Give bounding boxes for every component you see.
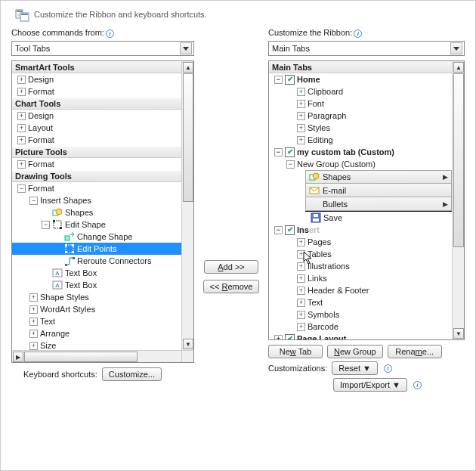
flyout-item-shapes[interactable]: Shapes▶ bbox=[305, 170, 452, 184]
flyout-item-bullets[interactable]: Bullets▶ bbox=[305, 197, 452, 211]
checkbox[interactable]: ✔ bbox=[285, 75, 295, 85]
tree-item[interactable]: +Font bbox=[269, 98, 452, 110]
expand-icon[interactable]: + bbox=[297, 299, 305, 307]
tree-item[interactable]: A Text Box bbox=[12, 267, 181, 279]
add-button[interactable]: Add >> bbox=[204, 260, 258, 274]
expand-icon[interactable]: + bbox=[297, 274, 305, 283]
commands-listbox[interactable]: SmartArt Tools +Design +Format Chart Too… bbox=[11, 60, 194, 363]
collapse-icon[interactable]: − bbox=[274, 226, 283, 234]
tree-item[interactable]: +Pages bbox=[269, 236, 452, 248]
info-icon[interactable]: i bbox=[413, 381, 422, 389]
scroll-up-button[interactable]: ▲ bbox=[183, 62, 193, 73]
tree-item[interactable]: +Shape Styles bbox=[12, 291, 181, 303]
expand-icon[interactable]: + bbox=[297, 287, 305, 295]
expand-icon[interactable]: + bbox=[297, 112, 305, 120]
tree-item[interactable]: +Paragraph bbox=[269, 110, 452, 122]
tree-item[interactable]: +Layout bbox=[12, 122, 181, 134]
scroll-thumb[interactable] bbox=[24, 352, 138, 362]
chevron-down-icon[interactable] bbox=[450, 42, 462, 54]
tree-item[interactable]: +Arrange bbox=[12, 327, 181, 339]
customize-ribbon-combo[interactable]: Main Tabs bbox=[268, 41, 465, 56]
tree-item[interactable]: −Format bbox=[12, 182, 181, 194]
expand-icon[interactable]: + bbox=[17, 76, 26, 84]
scroll-thumb[interactable] bbox=[183, 73, 193, 202]
import-export-button[interactable]: Import/Export ▼ bbox=[333, 378, 407, 392]
tree-item[interactable]: +Format bbox=[12, 158, 181, 170]
checkbox[interactable]: ✔ bbox=[285, 147, 295, 157]
new-tab-button[interactable]: New Tab bbox=[268, 345, 323, 358]
tree-item-selected[interactable]: Edit Points bbox=[12, 243, 181, 255]
collapse-icon[interactable]: − bbox=[42, 221, 50, 229]
tree-item[interactable]: Save bbox=[305, 212, 452, 224]
tree-item-insert[interactable]: −✔Insert bbox=[269, 224, 452, 236]
expand-icon[interactable]: + bbox=[297, 238, 305, 246]
expand-icon[interactable]: + bbox=[29, 318, 38, 326]
expand-icon[interactable]: + bbox=[17, 160, 26, 169]
tree-item[interactable]: +Editing bbox=[269, 134, 452, 146]
tree-item[interactable]: +Styles bbox=[269, 122, 452, 134]
new-group-button[interactable]: New Group bbox=[327, 345, 383, 358]
tree-item[interactable]: Reroute Connectors bbox=[12, 255, 181, 267]
tree-item[interactable]: +Design bbox=[12, 110, 181, 122]
tree-item[interactable]: −Insert Shapes bbox=[12, 194, 181, 206]
tree-item[interactable]: Shapes bbox=[12, 206, 181, 218]
expand-icon[interactable]: + bbox=[29, 305, 38, 314]
info-icon[interactable]: i bbox=[354, 29, 362, 38]
expand-icon[interactable]: + bbox=[29, 330, 38, 338]
tree-item[interactable]: +WordArt Styles bbox=[12, 303, 181, 315]
tree-item[interactable]: +Format bbox=[12, 134, 181, 146]
scroll-right-button[interactable]: ▶ bbox=[13, 352, 23, 362]
scroll-up-button[interactable]: ▲ bbox=[453, 62, 464, 73]
expand-icon[interactable]: + bbox=[297, 311, 305, 319]
horizontal-scrollbar[interactable]: ◀ ▶ bbox=[12, 350, 181, 362]
collapse-icon[interactable]: − bbox=[274, 76, 283, 84]
expand-icon[interactable]: + bbox=[17, 136, 26, 144]
tree-item[interactable]: +Barcode bbox=[269, 321, 452, 333]
flyout-item-email[interactable]: E-mail bbox=[305, 184, 452, 197]
tree-item[interactable]: − Edit Shape bbox=[12, 218, 181, 231]
collapse-icon[interactable]: − bbox=[29, 197, 38, 205]
tree-item[interactable]: +Clipboard bbox=[269, 85, 452, 98]
tree-item[interactable]: A Text Box bbox=[12, 279, 181, 291]
info-icon[interactable]: i bbox=[106, 29, 114, 38]
tree-item[interactable]: +Text bbox=[12, 315, 181, 327]
expand-icon[interactable]: + bbox=[297, 88, 305, 96]
tree-item[interactable]: Change Shape bbox=[12, 231, 181, 243]
customize-keyboard-button[interactable]: Customize... bbox=[102, 367, 162, 381]
expand-icon[interactable]: + bbox=[17, 124, 26, 132]
choose-commands-combo[interactable]: Tool Tabs bbox=[11, 41, 194, 56]
vertical-scrollbar[interactable]: ▲ ▼ bbox=[452, 61, 464, 339]
checkbox[interactable]: ✔ bbox=[285, 334, 295, 340]
scroll-down-button[interactable]: ▼ bbox=[453, 328, 464, 339]
collapse-icon[interactable]: − bbox=[286, 160, 295, 169]
expand-icon[interactable]: + bbox=[29, 293, 38, 302]
tree-item[interactable]: +Header & Footer bbox=[269, 284, 452, 296]
tree-item[interactable]: +✔Page Layout bbox=[269, 333, 452, 339]
tree-item[interactable]: −New Group (Custom) bbox=[269, 158, 452, 170]
expand-icon[interactable]: + bbox=[297, 100, 305, 108]
tree-item-home[interactable]: −✔Home bbox=[269, 73, 452, 85]
collapse-icon[interactable]: − bbox=[17, 184, 26, 193]
tree-item[interactable]: +Text bbox=[269, 296, 452, 308]
remove-button[interactable]: << Remove bbox=[203, 280, 260, 293]
expand-icon[interactable]: + bbox=[29, 342, 38, 350]
reset-button[interactable]: Reset ▼ bbox=[332, 361, 378, 375]
rename-button[interactable]: Rename... bbox=[388, 345, 442, 358]
tree-item[interactable]: +Symbols bbox=[269, 308, 452, 321]
scroll-thumb[interactable] bbox=[453, 73, 464, 247]
vertical-scrollbar[interactable]: ▲ ▼ bbox=[181, 61, 193, 350]
tree-item-custom-tab[interactable]: −✔my custom tab (Custom) bbox=[269, 146, 452, 158]
checkbox[interactable]: ✔ bbox=[285, 225, 295, 235]
expand-icon[interactable]: + bbox=[17, 112, 26, 120]
chevron-down-icon[interactable] bbox=[180, 42, 192, 54]
tree-item[interactable]: +Format bbox=[12, 85, 181, 98]
tree-item[interactable]: +Illustrations bbox=[269, 260, 452, 272]
tree-item[interactable]: +Design bbox=[12, 73, 181, 85]
collapse-icon[interactable]: − bbox=[274, 148, 283, 156]
scroll-down-button[interactable]: ▼ bbox=[183, 339, 193, 349]
tree-item[interactable]: +Size bbox=[12, 339, 181, 350]
expand-icon[interactable]: + bbox=[274, 335, 283, 340]
tree-item[interactable]: +Links bbox=[269, 272, 452, 284]
ribbon-listbox[interactable]: Main Tabs −✔Home +Clipboard +Font +Parag… bbox=[268, 60, 465, 340]
tree-item[interactable]: +Tables bbox=[269, 248, 452, 260]
